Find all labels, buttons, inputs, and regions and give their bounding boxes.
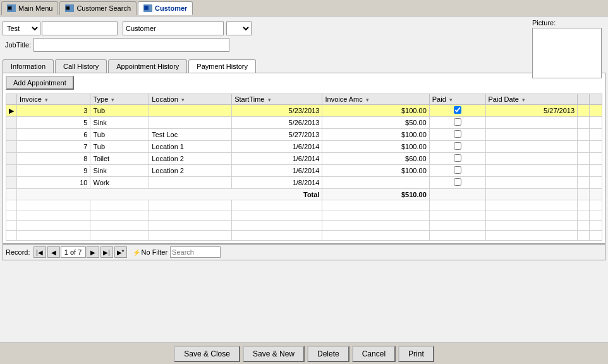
cell-invoice: 9: [17, 165, 90, 177]
nav-first-button[interactable]: |◀: [33, 246, 46, 258]
empty-cell: [90, 200, 149, 210]
tab-call-history[interactable]: Call History: [55, 59, 107, 73]
save-new-button[interactable]: Save & New: [243, 346, 305, 362]
empty-cell: [6, 210, 17, 221]
empty-cell: [90, 231, 149, 241]
col-extra2: [590, 94, 602, 105]
cell-paid[interactable]: [429, 153, 485, 165]
empty-cell: [232, 210, 322, 221]
cell-amount: $100.00: [322, 129, 429, 141]
empty-cell: [322, 200, 429, 210]
paid-checkbox[interactable]: [454, 166, 461, 174]
empty-cell: [578, 200, 590, 210]
paid-checkbox[interactable]: [454, 178, 461, 186]
save-close-button[interactable]: Save & Close: [174, 346, 240, 362]
tab-main-menu-icon: ▣: [7, 4, 16, 12]
cell-paid-date: [485, 117, 578, 129]
empty-cell: [590, 200, 602, 210]
cancel-button[interactable]: Cancel: [352, 346, 396, 362]
cell-paid[interactable]: [429, 105, 485, 117]
empty-cell: [429, 231, 485, 241]
col-location[interactable]: Location ▾: [149, 94, 232, 105]
tab-payment-history[interactable]: Payment History: [188, 59, 256, 73]
empty-cell: [590, 231, 602, 241]
col-starttime[interactable]: StartTime ▾: [232, 94, 322, 105]
record-nav: Record: |◀ ◀ ▶ ▶| ▶* ⚡ No Filter: [3, 244, 605, 260]
table-row[interactable]: ▶3Tub5/23/2013$100.005/27/2013: [6, 105, 602, 117]
empty-cell: [485, 231, 578, 241]
cell-paid[interactable]: [429, 177, 485, 189]
nav-next-button[interactable]: ▶: [87, 246, 99, 258]
nav-prev-button[interactable]: ◀: [47, 246, 60, 258]
tab-customer-search[interactable]: ▣ Customer Search: [59, 1, 137, 15]
cell-starttime: 5/23/2013: [232, 105, 322, 117]
search-input[interactable]: [170, 246, 221, 258]
table-row[interactable]: 5Sink5/26/2013$50.00: [6, 117, 602, 129]
cell-extra: [590, 177, 602, 189]
suffix-dropdown[interactable]: [226, 21, 252, 35]
empty-row: [6, 221, 602, 231]
paid-checkbox[interactable]: [454, 142, 461, 150]
nav-current-input[interactable]: [61, 246, 86, 258]
empty-row: [6, 200, 602, 210]
paid-checkbox[interactable]: [454, 154, 461, 162]
col-amount[interactable]: Invoice Amc ▾: [322, 94, 429, 105]
filter-label: No Filter: [142, 248, 168, 256]
table-row[interactable]: 6TubTest Loc5/27/2013$100.00: [6, 129, 602, 141]
paid-checkbox[interactable]: [454, 130, 461, 138]
cell-amount: $100.00: [322, 165, 429, 177]
table-row[interactable]: 10Work1/8/2014: [6, 177, 602, 189]
cell-starttime: 1/6/2014: [232, 165, 322, 177]
table-row[interactable]: 9SinkLocation 21/6/2014$100.00: [6, 165, 602, 177]
delete-button[interactable]: Delete: [307, 346, 350, 362]
table-body: ▶3Tub5/23/2013$100.005/27/20135Sink5/26/…: [6, 105, 602, 241]
nav-filter: ⚡ No Filter: [133, 246, 221, 258]
cell-extra: [578, 117, 590, 129]
col-type[interactable]: Type ▾: [90, 94, 149, 105]
cell-location: Test Loc: [149, 129, 232, 141]
cell-amount: $50.00: [322, 117, 429, 129]
paid-checkbox[interactable]: [454, 118, 461, 126]
main-container: ▣ Main Menu ▣ Customer Search ▣ Customer…: [0, 0, 608, 364]
total-paid-date: [485, 189, 578, 200]
empty-cell: [17, 210, 90, 221]
tab-customer[interactable]: ▣ Customer: [138, 1, 193, 15]
empty-cell: [90, 221, 149, 231]
empty-cell: [322, 231, 429, 241]
cell-paid[interactable]: [429, 165, 485, 177]
tab-appointment-history[interactable]: Appointment History: [108, 59, 187, 73]
salutation-dropdown[interactable]: Test: [3, 21, 40, 35]
add-appointment-button[interactable]: Add Appointment: [6, 76, 74, 90]
cell-paid[interactable]: [429, 117, 485, 129]
col-invoice[interactable]: Invoice ▾: [17, 94, 90, 105]
header-row1: Test: [3, 21, 605, 35]
empty-cell: [17, 231, 90, 241]
cell-invoice: 3: [17, 105, 90, 117]
paid-checkbox[interactable]: [454, 106, 461, 114]
last-name-input[interactable]: [123, 21, 224, 35]
cell-paid-date: 5/27/2013: [485, 105, 578, 117]
tab-information[interactable]: Information: [3, 59, 54, 73]
print-button[interactable]: Print: [398, 346, 434, 362]
nav-new-button[interactable]: ▶*: [114, 246, 127, 258]
col-paid-date[interactable]: Paid Date ▾: [485, 94, 578, 105]
table-row[interactable]: 8ToiletLocation 21/6/2014$60.00: [6, 153, 602, 165]
tab-main-menu[interactable]: ▣ Main Menu: [1, 1, 58, 15]
empty-cell: [578, 210, 590, 221]
top-tab-bar: ▣ Main Menu ▣ Customer Search ▣ Customer: [0, 0, 608, 16]
cell-paid[interactable]: [429, 129, 485, 141]
first-name-input[interactable]: [42, 21, 118, 35]
jobtitle-input[interactable]: [33, 38, 229, 52]
cell-paid[interactable]: [429, 141, 485, 153]
total-extra1: [578, 189, 590, 200]
table-section: Add Appointment Invoice ▾ Type ▾: [3, 73, 605, 244]
empty-cell: [232, 221, 322, 231]
cell-paid-date: [485, 177, 578, 189]
table-row[interactable]: 7TubLocation 11/6/2014$100.00: [6, 141, 602, 153]
picture-frame: [532, 28, 602, 78]
col-extra1: [578, 94, 590, 105]
nav-last-button[interactable]: ▶|: [100, 246, 113, 258]
empty-cell: [232, 200, 322, 210]
col-paid[interactable]: Paid ▾: [429, 94, 485, 105]
empty-cell: [6, 200, 17, 210]
